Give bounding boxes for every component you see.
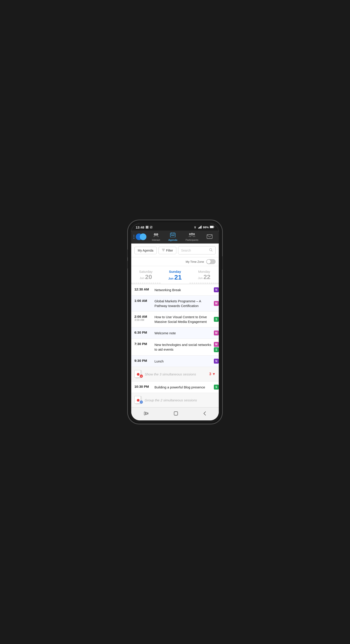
- svg-rect-25: [174, 412, 178, 415]
- timezone-row: My Time Zone: [131, 258, 219, 266]
- back-button[interactable]: [200, 410, 210, 418]
- toggle-knob: [207, 260, 211, 264]
- timezone-toggle[interactable]: [206, 259, 216, 264]
- tab-messages[interactable]: [205, 234, 214, 240]
- search-placeholder: Search: [181, 249, 191, 252]
- my-agenda-button[interactable]: My Agenda: [134, 247, 157, 254]
- title-1230: Networking Break: [155, 287, 214, 292]
- date-item-monday[interactable]: Monday Jun 22: [189, 270, 219, 283]
- time-main-1230: 12:30 AM: [134, 287, 149, 291]
- filter-button[interactable]: Filter: [159, 247, 176, 254]
- search-button[interactable]: Search: [178, 246, 216, 254]
- sessions-arrow: ▼: [212, 372, 216, 376]
- time-main-730pm: 7:30 PM: [134, 342, 147, 346]
- vol-up-button[interactable]: [127, 250, 128, 258]
- nav-tabs: Interact Agenda: [148, 232, 216, 242]
- tag-s-200: S: [214, 317, 219, 322]
- status-right: 98%: [193, 226, 214, 229]
- status-time: 13:48: [136, 226, 144, 229]
- nav-bar: Interact Agenda: [131, 230, 219, 244]
- tab-interact-label: Interact: [152, 238, 160, 241]
- date-day-monday: Monday: [189, 270, 219, 274]
- date-item-sunday[interactable]: Sunday Jun 21: [161, 270, 190, 284]
- time-col-1230: 12:30 AM: [134, 287, 155, 292]
- svg-rect-23: [146, 412, 147, 414]
- home-button[interactable]: [170, 410, 182, 418]
- tag-col-730pm: M S: [214, 342, 219, 352]
- svg-rect-7: [210, 226, 213, 228]
- svg-rect-6: [214, 226, 214, 228]
- agenda-item-930pm[interactable]: 9:30 PM Lunch N: [131, 356, 219, 367]
- tab-interact[interactable]: Interact: [150, 232, 162, 242]
- title-200: How to Use Visual Content to Drive Massi…: [155, 314, 214, 324]
- app-logo: [134, 234, 147, 240]
- tag-col-100: M: [214, 299, 219, 308]
- agenda-item-200[interactable]: 2:00 AM 3:00 AM How to Use Visual Conten…: [131, 312, 219, 327]
- svg-point-18: [191, 233, 193, 235]
- date-month-sunday: Jun 21: [161, 274, 190, 281]
- svg-point-0: [195, 228, 195, 229]
- phone-frame: 13:48 🖼 ☑: [128, 220, 222, 424]
- svg-rect-22: [144, 412, 145, 415]
- svg-rect-15: [172, 235, 173, 236]
- phone-screen: 13:48 🖼 ☑: [131, 224, 219, 420]
- android-nav: [131, 408, 219, 420]
- tag-col-1030pm: S: [214, 384, 219, 390]
- email-icon: [207, 234, 212, 240]
- sessions-banner-group[interactable]: − Group the 2 simultaneous sessions: [131, 393, 219, 408]
- svg-rect-20: [207, 234, 212, 238]
- timezone-label: My Time Zone: [186, 260, 204, 264]
- title-100: Global Markets Programme – A Pathway tow…: [155, 299, 214, 308]
- notch: [162, 224, 188, 228]
- signal-icon: [198, 226, 202, 229]
- svg-point-8: [154, 233, 156, 236]
- agenda-item-1030pm[interactable]: 10:30 PM Building a powerful Blog presen…: [131, 382, 219, 393]
- agenda-icon: [170, 232, 175, 238]
- tag-m-630pm: M: [214, 330, 219, 336]
- gallery-icon: 🖼: [146, 226, 149, 229]
- participants-icon: [189, 232, 195, 238]
- toolbar: My Agenda Filter Search: [131, 244, 219, 258]
- time-col-930pm: 9:30 PM: [134, 359, 155, 364]
- time-main-930pm: 9:30 PM: [134, 359, 147, 362]
- time-end-200: 3:00 AM: [134, 318, 144, 322]
- tab-participants[interactable]: Participants: [184, 232, 200, 242]
- tab-agenda[interactable]: Agenda: [167, 232, 179, 242]
- sessions-text-show: Show the 3 simultaneous sessions: [145, 372, 207, 376]
- vol-down-button[interactable]: [127, 261, 128, 268]
- agenda-item-100[interactable]: 1:00 AM Global Markets Programme – A Pat…: [131, 296, 219, 312]
- time-col-630pm: 6:30 PM: [134, 330, 155, 336]
- title-1030pm: Building a powerful Blog presence: [155, 384, 214, 390]
- sessions-icon-show: +: [134, 370, 142, 378]
- sessions-number: 3: [209, 372, 211, 376]
- power-button[interactable]: [222, 256, 223, 270]
- checkbox-icon: ☑: [150, 226, 153, 229]
- tag-s-1030pm: S: [214, 384, 219, 390]
- sessions-icon-group: −: [134, 396, 142, 404]
- title-930pm: Lunch: [155, 359, 214, 364]
- time-main-1030pm: 10:30 PM: [134, 384, 149, 388]
- sessions-banner-show[interactable]: + Show the 3 simultaneous sessions 3 ▼: [131, 367, 219, 382]
- time-col-1030pm: 10:30 PM: [134, 384, 155, 390]
- time-col-200: 2:00 AM 3:00 AM: [134, 314, 155, 324]
- date-item-saturday[interactable]: Saturday Jun 20: [131, 270, 161, 283]
- time-main-200: 2:00 AM: [134, 314, 147, 318]
- tag-col-1230: N: [214, 287, 219, 292]
- filter-icon: [162, 249, 165, 252]
- sessions-text-group: Group the 2 simultaneous sessions: [145, 398, 216, 402]
- battery-text: 98%: [203, 226, 209, 229]
- time-col-730pm: 7:30 PM: [134, 342, 155, 352]
- agenda-list: 12:30 AM Networking Break N 1:00 AM Glob…: [131, 284, 219, 408]
- agenda-item-730pm[interactable]: 7:30 PM New technologies and social netw…: [131, 339, 219, 356]
- title-730pm: New technologies and social networks to …: [155, 342, 214, 352]
- recent-apps-button[interactable]: [140, 411, 152, 417]
- agenda-item-630pm[interactable]: 6:30 PM Welcome note M: [131, 327, 219, 339]
- title-630pm: Welcome note: [155, 330, 214, 336]
- tag-m-730pm: M: [214, 342, 219, 347]
- agenda-item-1230[interactable]: 12:30 AM Networking Break N: [131, 284, 219, 296]
- my-agenda-label: My Agenda: [138, 249, 153, 252]
- tag-n-930pm: N: [214, 359, 219, 364]
- wifi-icon: [193, 226, 197, 229]
- tag-col-630pm: M: [214, 330, 219, 336]
- time-main-630pm: 6:30 PM: [134, 330, 147, 334]
